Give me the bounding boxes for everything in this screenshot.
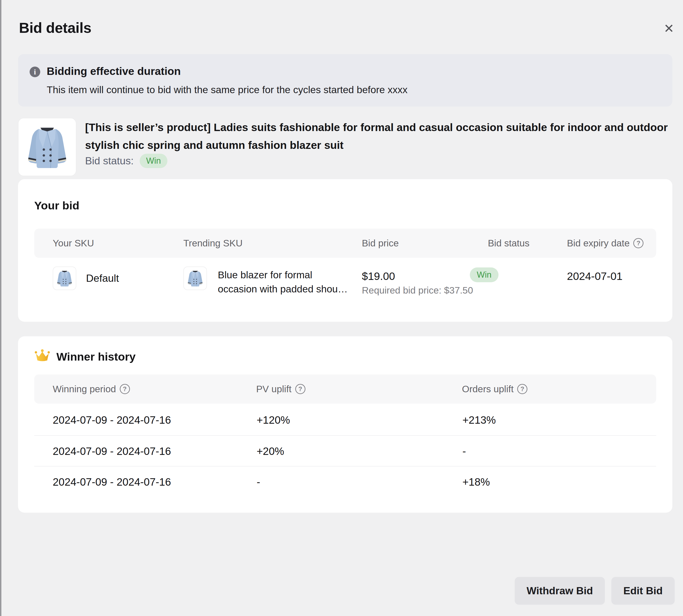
- close-icon[interactable]: ✕: [659, 18, 679, 39]
- trending-sku-line2: occasion with padded shou…: [218, 282, 348, 296]
- your-sku-value: Default: [86, 266, 119, 290]
- bid-price-value: $19.00: [362, 270, 395, 283]
- winner-history-row: 2024-07-09 - 2024-07-16 +120% +213%: [34, 404, 656, 435]
- bid-details-dialog: Bid details ✕ i Bidding effective durati…: [0, 0, 683, 616]
- winning-period-value: 2024-07-09 - 2024-07-16: [53, 436, 171, 466]
- your-bid-heading: Your bid: [34, 199, 79, 212]
- winner-history-heading: Winner history: [57, 350, 136, 363]
- col-bid-expiry: Bid expiry date ?: [567, 228, 643, 258]
- winner-history-card: Winner history Winning period ? PV uplif…: [18, 336, 673, 513]
- info-icon: i: [29, 67, 40, 77]
- winning-period-help-icon[interactable]: ?: [120, 384, 130, 394]
- bidding-duration-banner: i Bidding effective duration This item w…: [18, 54, 673, 107]
- crown-icon: [34, 348, 50, 364]
- your-bid-card: Your bid Your SKU Trending SKU Bid price…: [18, 179, 673, 322]
- orders-uplift-value: -: [463, 436, 466, 466]
- orders-uplift-value: +18%: [463, 466, 490, 497]
- winning-period-value: 2024-07-09 - 2024-07-16: [53, 466, 171, 497]
- product-title-line2: stylish chic spring and autumn fashion b…: [85, 136, 668, 154]
- your-sku-thumbnail: [53, 266, 76, 290]
- col-pv-uplift: PV uplift ?: [256, 374, 305, 403]
- col-trending-sku: Trending SKU: [183, 228, 242, 258]
- edit-bid-button[interactable]: Edit Bid: [611, 577, 675, 605]
- blazer-thumb-icon: [55, 269, 74, 288]
- banner-title: Bidding effective duration: [47, 65, 181, 78]
- pv-uplift-value: +120%: [257, 404, 290, 435]
- row-bid-status-badge: Win: [470, 267, 498, 282]
- page-edge-strip: [0, 0, 1, 616]
- winning-period-value: 2024-07-09 - 2024-07-16: [53, 404, 171, 435]
- orders-uplift-help-icon[interactable]: ?: [517, 384, 527, 394]
- col-bid-status: Bid status: [488, 228, 530, 258]
- orders-uplift-value: +213%: [463, 404, 496, 435]
- your-bid-table-header: Your SKU Trending SKU Bid price Bid stat…: [34, 228, 656, 258]
- page-title: Bid details: [19, 19, 91, 36]
- trending-sku-line1: Blue blazer for formal: [218, 268, 348, 282]
- winner-history-row: 2024-07-09 - 2024-07-16 - +18%: [34, 466, 656, 497]
- bid-status-label: Bid status:: [85, 155, 134, 167]
- trending-sku-thumbnail: [183, 266, 207, 290]
- pv-uplift-value: +20%: [257, 436, 284, 466]
- bid-expiry-help-icon[interactable]: ?: [633, 238, 643, 248]
- blazer-thumb-icon: [186, 269, 205, 288]
- col-winning-period: Winning period ?: [53, 374, 130, 403]
- pv-uplift-value: -: [257, 466, 260, 497]
- winner-history-row: 2024-07-09 - 2024-07-16 +20% -: [34, 435, 656, 466]
- col-bid-price: Bid price: [362, 228, 399, 258]
- pv-uplift-help-icon[interactable]: ?: [295, 384, 305, 394]
- col-orders-uplift: Orders uplift ?: [462, 374, 527, 403]
- winner-history-table-header: Winning period ? PV uplift ? Orders upli…: [34, 374, 656, 403]
- product-title-line1: [This is seller’s product] Ladies suits …: [85, 118, 668, 136]
- withdraw-bid-button[interactable]: Withdraw Bid: [515, 577, 605, 605]
- bid-expiry-value: 2024-07-01: [567, 270, 622, 283]
- trending-sku-value: Blue blazer for formal occasion with pad…: [218, 268, 348, 296]
- blazer-illustration: [22, 122, 72, 172]
- product-bid-status: Bid status: Win: [85, 153, 167, 168]
- required-bid-price: Required bid price: $37.50: [362, 285, 473, 296]
- product-image: [18, 118, 76, 176]
- bid-status-badge: Win: [140, 154, 167, 168]
- product-title: [This is seller’s product] Ladies suits …: [85, 118, 668, 154]
- banner-description: This item will continue to bid with the …: [47, 84, 408, 95]
- col-your-sku: Your SKU: [53, 228, 94, 258]
